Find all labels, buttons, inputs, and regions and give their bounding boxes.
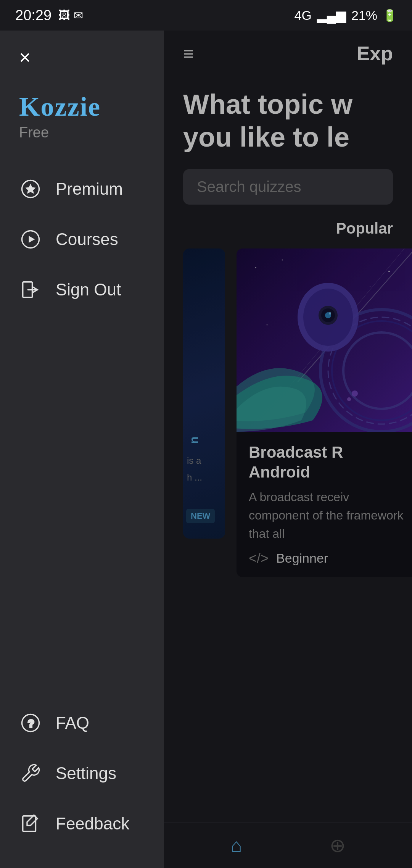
status-icons: 🖼 ✉ xyxy=(58,9,83,22)
brand-tier: Free xyxy=(19,124,145,141)
header-title: Exp xyxy=(357,42,393,65)
level-label: Beginner xyxy=(276,551,328,566)
nav-item-feedback[interactable]: Feedback xyxy=(0,799,164,849)
signout-arrow-icon xyxy=(20,279,41,300)
svg-point-11 xyxy=(388,271,390,272)
wrench-icon xyxy=(20,763,41,784)
star-icon xyxy=(20,179,41,199)
drawer-bottom: ? FAQ Settings xyxy=(0,698,164,849)
svg-point-26 xyxy=(352,390,358,397)
main-container: × Kozzie Free Premium xyxy=(0,31,412,868)
status-time: 20:29 xyxy=(15,7,52,24)
popular-label: Popular xyxy=(164,216,412,241)
close-button[interactable]: × xyxy=(19,46,31,68)
card-badges: </> Beginner xyxy=(249,550,407,566)
settings-icon xyxy=(19,762,42,785)
nav-item-settings[interactable]: Settings xyxy=(0,748,164,799)
drawer-nav: Premium Courses xyxy=(0,164,164,698)
svg-point-10 xyxy=(282,259,283,260)
brand-section: Kozzie Free xyxy=(0,84,164,164)
signal-bars-icon: ▂▄▆ xyxy=(317,8,346,23)
drawer-close-area: × xyxy=(0,42,164,84)
nav-label-signout: Sign Out xyxy=(56,280,121,299)
card-description: A broadcast receiv component of the fram… xyxy=(249,488,407,543)
card-title: Broadcast R Android xyxy=(249,442,407,482)
feedback-icon xyxy=(19,812,42,835)
explore-nav-icon: ⊕ xyxy=(330,834,346,857)
battery-percentage: 21% xyxy=(351,8,377,23)
svg-text:?: ? xyxy=(28,718,34,729)
signout-icon xyxy=(19,278,42,301)
nav-label-faq: FAQ xyxy=(56,713,89,732)
nav-item-signout[interactable]: Sign Out xyxy=(0,265,164,315)
explore-heading: What topic wyou like to le xyxy=(164,76,412,158)
nav-item-faq[interactable]: ? FAQ xyxy=(0,698,164,748)
status-left: 20:29 🖼 ✉ xyxy=(15,7,83,24)
search-placeholder: Search quizzes xyxy=(197,178,301,195)
card-content: Broadcast R Android A broadcast receiv c… xyxy=(237,432,412,577)
code-brackets-icon: </> xyxy=(249,550,269,566)
premium-icon xyxy=(19,177,42,200)
bottom-nav: ⌂ ⊕ xyxy=(164,822,412,868)
nav-label-feedback: Feedback xyxy=(56,814,129,833)
explore-title: What topic wyou like to le xyxy=(183,88,393,154)
courses-icon xyxy=(19,228,42,251)
svg-point-9 xyxy=(255,267,256,268)
photo-icon: 🖼 xyxy=(58,9,70,22)
right-content: ≡ Exp What topic wyou like to le Search … xyxy=(164,31,412,868)
edit-icon xyxy=(20,813,41,834)
search-bar[interactable]: Search quizzes xyxy=(183,169,393,205)
status-bar: 20:29 🖼 ✉ 4G ▂▄▆ 21% 🔋 xyxy=(0,0,412,31)
bottom-nav-explore[interactable]: ⊕ xyxy=(330,834,346,857)
card-main[interactable]: Broadcast R Android A broadcast receiv c… xyxy=(237,248,412,577)
new-badge-partial: NEW xyxy=(186,509,215,523)
nav-item-courses[interactable]: Courses xyxy=(0,214,164,265)
svg-point-27 xyxy=(347,397,351,401)
nav-label-premium: Premium xyxy=(56,179,123,198)
svg-point-18 xyxy=(343,332,412,409)
svg-point-25 xyxy=(329,312,331,315)
mail-icon: ✉ xyxy=(74,9,83,22)
battery-icon: 🔋 xyxy=(383,9,397,22)
svg-point-13 xyxy=(267,324,268,325)
svg-marker-1 xyxy=(26,184,36,194)
play-circle-icon xyxy=(20,229,41,250)
nav-label-settings: Settings xyxy=(56,764,116,783)
cards-row: n is a h ... NEW xyxy=(164,241,412,585)
right-header: ≡ Exp xyxy=(164,31,412,76)
bottom-nav-home[interactable]: ⌂ xyxy=(230,834,242,857)
drawer: × Kozzie Free Premium xyxy=(0,31,164,868)
nav-item-premium[interactable]: Premium xyxy=(0,164,164,214)
space-illustration xyxy=(237,248,412,432)
home-icon: ⌂ xyxy=(230,834,242,857)
signal-icon: 4G xyxy=(294,8,311,23)
card-left-partial[interactable]: n is a h ... NEW xyxy=(183,248,225,539)
svg-point-12 xyxy=(370,286,370,287)
card-image xyxy=(237,248,412,432)
hamburger-icon[interactable]: ≡ xyxy=(183,43,194,64)
brand-name: Kozzie xyxy=(19,92,145,122)
svg-marker-3 xyxy=(29,236,35,243)
status-right: 4G ▂▄▆ 21% 🔋 xyxy=(294,8,397,23)
svg-rect-8 xyxy=(23,816,36,832)
nav-label-courses: Courses xyxy=(56,230,118,249)
faq-icon: ? xyxy=(19,712,42,734)
question-circle-icon: ? xyxy=(20,713,41,733)
